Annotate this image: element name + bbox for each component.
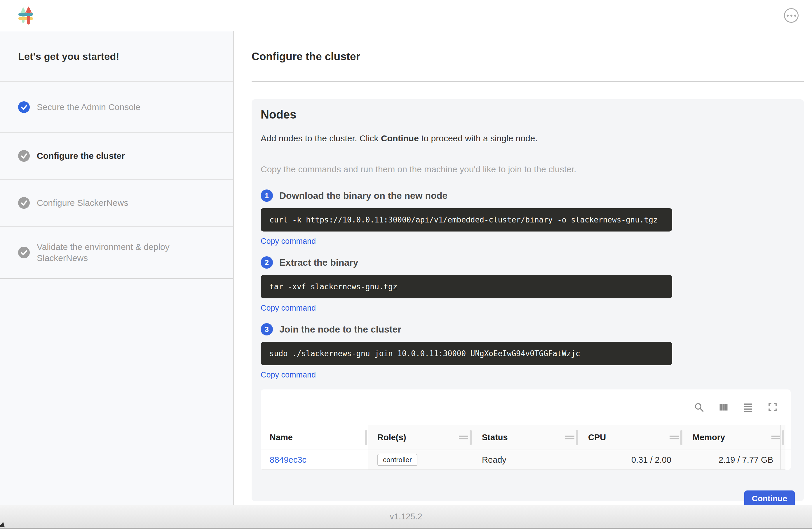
step-3-copy-command-link[interactable]: Copy command <box>261 371 316 380</box>
ellipsis-dot <box>794 15 796 17</box>
nodes-table-panel: Name Role(s) Status <box>261 389 791 470</box>
nodes-table: Name Role(s) Status <box>261 425 791 470</box>
row-gutter <box>785 450 791 470</box>
setup-steps-sidebar: Let's get you started! Secure the Admin … <box>0 31 234 505</box>
column-menu-icon[interactable] <box>771 435 781 439</box>
ellipsis-dot <box>787 15 789 17</box>
column-header-status[interactable]: Status <box>473 425 579 450</box>
step-3-command-text: sudo ./slackernews-gnu join 10.0.0.11:30… <box>270 349 580 358</box>
node-cpu-cell: 0.31 / 2.00 <box>579 450 684 470</box>
intro-text: Add nodes to the cluster. Click <box>261 133 381 143</box>
sidebar-item-label: Configure the cluster <box>37 151 125 161</box>
sidebar-item-secure-admin-console[interactable]: Secure the Admin Console <box>0 82 233 132</box>
node-name-link[interactable]: 8849ec3c <box>270 455 306 465</box>
copy-commands-hint: Copy the commands and run them on the ma… <box>261 165 795 174</box>
step-3-title: Join the node to the cluster <box>279 324 401 335</box>
sidebar-item-configure-cluster[interactable]: Configure the cluster <box>0 132 233 180</box>
sidebar-item-label: Configure SlackerNews <box>37 197 128 209</box>
title-divider <box>251 81 804 82</box>
page-title: Configure the cluster <box>251 51 804 63</box>
step-3-badge: 3 <box>261 323 273 335</box>
sidebar-item-validate-deploy[interactable]: Validate the environment & deploy Slacke… <box>0 227 233 279</box>
check-circle-icon <box>18 197 30 209</box>
view-columns-icon[interactable] <box>718 402 729 413</box>
sidebar-title: Let's get you started! <box>0 31 233 82</box>
column-header-label: Role(s) <box>377 433 406 442</box>
step-1-command-text: curl -k https://10.0.0.11:30000/api/v1/e… <box>270 215 658 224</box>
intro-continue-emphasis: Continue <box>381 133 419 143</box>
column-header-label: Memory <box>693 433 725 442</box>
column-resize-handle[interactable] <box>365 430 367 445</box>
column-menu-icon[interactable] <box>565 435 575 439</box>
density-icon[interactable] <box>743 402 753 413</box>
slackernews-logo-icon <box>18 6 33 25</box>
column-header-label: Name <box>270 433 293 442</box>
step-1-command-box[interactable]: curl -k https://10.0.0.11:30000/api/v1/e… <box>261 208 672 231</box>
nodes-intro: Add nodes to the cluster. Click Continue… <box>261 133 795 143</box>
node-memory-cell: 2.19 / 7.77 GB <box>684 450 785 470</box>
sidebar-item-configure-slackernews[interactable]: Configure SlackerNews <box>0 180 233 227</box>
fullscreen-icon[interactable] <box>767 402 778 413</box>
step-3-header: 3 Join the node to the cluster <box>261 323 795 335</box>
step-3-command-box[interactable]: sudo ./slackernews-gnu join 10.0.0.11:30… <box>261 342 672 365</box>
step-1-badge: 1 <box>261 189 273 202</box>
table-toolbar <box>261 389 791 425</box>
ellipsis-dot <box>791 15 793 17</box>
step-1-header: 1 Download the binary on the new node <box>261 189 795 202</box>
node-roles-cell: controller <box>368 450 473 470</box>
top-bar <box>0 0 812 31</box>
role-chip: controller <box>377 454 417 466</box>
column-menu-icon[interactable] <box>670 435 679 439</box>
column-menu-icon[interactable] <box>459 435 468 439</box>
column-resize-handle[interactable] <box>576 430 578 445</box>
step-2-badge: 2 <box>261 256 273 269</box>
nodes-card: Nodes Add nodes to the cluster. Click Co… <box>251 99 804 501</box>
column-header-memory[interactable]: Memory <box>684 425 785 450</box>
column-resize-handle[interactable] <box>782 430 784 445</box>
column-resize-handle[interactable] <box>680 430 682 445</box>
step-1-copy-command-link[interactable]: Copy command <box>261 237 316 246</box>
more-menu-button[interactable] <box>784 8 799 23</box>
footer-bar: v1.125.2 <box>0 505 812 529</box>
node-name-cell: 8849ec3c <box>261 450 368 470</box>
column-header-roles[interactable]: Role(s) <box>368 425 473 450</box>
check-circle-icon <box>18 247 30 258</box>
admin-console-window: Let's get you started! Secure the Admin … <box>0 0 812 529</box>
search-icon[interactable] <box>694 402 704 413</box>
node-status-cell: Ready <box>473 450 579 470</box>
column-header-label: CPU <box>588 433 606 442</box>
header-gutter <box>785 425 791 450</box>
step-2-copy-command-link[interactable]: Copy command <box>261 304 316 313</box>
version-label: v1.125.2 <box>390 512 422 521</box>
step-2-header: 2 Extract the binary <box>261 256 795 269</box>
step-2-command-box[interactable]: tar -xvf slackernews-gnu.tgz <box>261 275 672 298</box>
step-2-command-text: tar -xvf slackernews-gnu.tgz <box>270 282 397 291</box>
sidebar-item-label: Secure the Admin Console <box>37 102 140 113</box>
column-resize-handle[interactable] <box>469 430 472 445</box>
check-circle-icon <box>18 150 30 162</box>
step-2-title: Extract the binary <box>279 257 358 268</box>
step-1-title: Download the binary on the new node <box>279 190 447 201</box>
column-header-label: Status <box>482 433 508 442</box>
nodes-heading: Nodes <box>261 108 795 121</box>
column-header-name[interactable]: Name <box>261 425 368 450</box>
main-content: Configure the cluster Nodes Add nodes to… <box>234 31 812 505</box>
intro-text: to proceed with a single node. <box>419 133 538 143</box>
column-header-cpu[interactable]: CPU <box>579 425 684 450</box>
check-circle-icon <box>18 101 30 113</box>
sidebar-item-label: Validate the environment & deploy Slacke… <box>37 241 200 263</box>
